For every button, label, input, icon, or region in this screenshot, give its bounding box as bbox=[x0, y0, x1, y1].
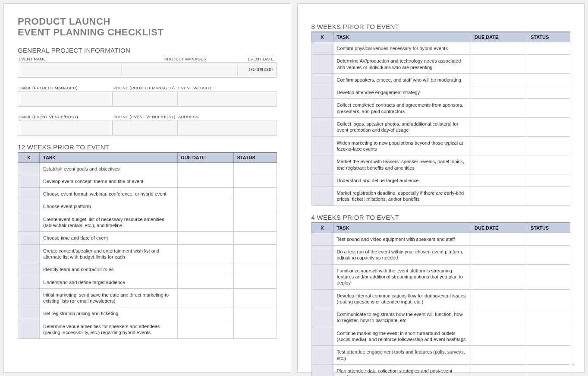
check-cell[interactable] bbox=[18, 213, 40, 232]
status-cell[interactable] bbox=[233, 188, 277, 200]
status-cell[interactable] bbox=[527, 346, 570, 365]
due-cell[interactable] bbox=[177, 276, 233, 288]
table-row: Determine venue amenities for speakers a… bbox=[18, 320, 277, 339]
check-cell[interactable] bbox=[311, 346, 333, 365]
due-cell[interactable] bbox=[177, 188, 233, 200]
status-cell[interactable] bbox=[233, 244, 277, 263]
check-cell[interactable] bbox=[18, 307, 40, 320]
status-cell[interactable] bbox=[233, 175, 277, 187]
status-cell[interactable] bbox=[233, 276, 277, 288]
check-cell[interactable] bbox=[18, 288, 40, 307]
field-phone-venue[interactable] bbox=[113, 120, 177, 136]
field-email-pm[interactable] bbox=[18, 91, 113, 107]
due-cell[interactable] bbox=[471, 42, 527, 55]
check-cell[interactable] bbox=[311, 155, 333, 174]
check-cell[interactable] bbox=[18, 263, 40, 276]
due-cell[interactable] bbox=[471, 73, 527, 86]
due-cell[interactable] bbox=[471, 187, 527, 206]
due-cell[interactable] bbox=[177, 232, 233, 244]
field-event-website[interactable] bbox=[177, 91, 277, 107]
check-cell[interactable] bbox=[311, 308, 333, 327]
due-cell[interactable] bbox=[471, 346, 527, 365]
check-cell[interactable] bbox=[311, 86, 333, 99]
due-cell[interactable] bbox=[471, 86, 527, 99]
status-cell[interactable] bbox=[233, 162, 277, 175]
status-cell[interactable] bbox=[527, 364, 570, 376]
check-cell[interactable] bbox=[18, 162, 40, 175]
status-cell[interactable] bbox=[527, 187, 570, 206]
status-cell[interactable] bbox=[527, 118, 570, 137]
check-cell[interactable] bbox=[311, 364, 333, 376]
status-cell[interactable] bbox=[527, 308, 570, 327]
status-cell[interactable] bbox=[527, 246, 570, 265]
check-cell[interactable] bbox=[18, 276, 40, 288]
due-cell[interactable] bbox=[471, 233, 527, 245]
due-cell[interactable] bbox=[471, 136, 527, 155]
status-cell[interactable] bbox=[527, 264, 570, 289]
status-cell[interactable] bbox=[527, 73, 570, 86]
check-cell[interactable] bbox=[18, 175, 40, 187]
due-cell[interactable] bbox=[471, 174, 527, 186]
check-cell[interactable] bbox=[311, 187, 333, 206]
status-cell[interactable] bbox=[527, 42, 570, 55]
due-cell[interactable] bbox=[177, 162, 233, 175]
due-cell[interactable] bbox=[471, 118, 527, 137]
status-cell[interactable] bbox=[233, 263, 277, 276]
due-cell[interactable] bbox=[471, 264, 527, 289]
check-cell[interactable] bbox=[311, 136, 333, 155]
due-cell[interactable] bbox=[471, 99, 527, 118]
check-cell[interactable] bbox=[311, 174, 333, 186]
status-cell[interactable] bbox=[233, 200, 277, 213]
status-cell[interactable] bbox=[233, 232, 277, 244]
due-cell[interactable] bbox=[471, 55, 527, 74]
field-email-venue[interactable] bbox=[18, 120, 113, 136]
status-cell[interactable] bbox=[527, 289, 570, 308]
status-cell[interactable] bbox=[233, 288, 277, 307]
due-cell[interactable] bbox=[177, 213, 233, 232]
check-cell[interactable] bbox=[311, 118, 333, 137]
check-cell[interactable] bbox=[18, 232, 40, 244]
status-cell[interactable] bbox=[527, 174, 570, 186]
due-cell[interactable] bbox=[471, 246, 527, 265]
due-cell[interactable] bbox=[471, 289, 527, 308]
status-cell[interactable] bbox=[233, 320, 277, 339]
check-cell[interactable] bbox=[311, 289, 333, 308]
check-cell[interactable] bbox=[18, 188, 40, 200]
status-cell[interactable] bbox=[527, 327, 570, 346]
due-cell[interactable] bbox=[471, 308, 527, 327]
check-cell[interactable] bbox=[311, 73, 333, 86]
status-cell[interactable] bbox=[233, 307, 277, 320]
due-cell[interactable] bbox=[471, 155, 527, 174]
check-cell[interactable] bbox=[311, 99, 333, 118]
status-cell[interactable] bbox=[527, 86, 570, 99]
field-phone-pm[interactable] bbox=[113, 91, 177, 107]
status-cell[interactable] bbox=[527, 233, 570, 245]
due-cell[interactable] bbox=[177, 263, 233, 276]
field-event-date[interactable]: 00/00/0000 bbox=[238, 62, 277, 78]
check-cell[interactable] bbox=[18, 244, 40, 263]
check-cell[interactable] bbox=[311, 55, 333, 74]
due-cell[interactable] bbox=[471, 364, 527, 376]
due-cell[interactable] bbox=[177, 244, 233, 263]
check-cell[interactable] bbox=[311, 42, 333, 55]
due-cell[interactable] bbox=[177, 288, 233, 307]
due-cell[interactable] bbox=[177, 175, 233, 187]
status-cell[interactable] bbox=[527, 155, 570, 174]
due-cell[interactable] bbox=[177, 200, 233, 213]
status-cell[interactable] bbox=[527, 99, 570, 118]
field-address[interactable] bbox=[177, 120, 277, 136]
field-project-manager[interactable] bbox=[121, 62, 238, 78]
status-cell[interactable] bbox=[527, 55, 570, 74]
due-cell[interactable] bbox=[177, 320, 233, 339]
check-cell[interactable] bbox=[311, 233, 333, 245]
check-cell[interactable] bbox=[18, 200, 40, 213]
check-cell[interactable] bbox=[311, 327, 333, 346]
status-cell[interactable] bbox=[233, 213, 277, 232]
check-cell[interactable] bbox=[311, 246, 333, 265]
due-cell[interactable] bbox=[177, 307, 233, 320]
check-cell[interactable] bbox=[311, 264, 333, 289]
field-event-name[interactable] bbox=[18, 62, 121, 78]
status-cell[interactable] bbox=[527, 136, 570, 155]
check-cell[interactable] bbox=[18, 320, 40, 339]
due-cell[interactable] bbox=[471, 327, 527, 346]
